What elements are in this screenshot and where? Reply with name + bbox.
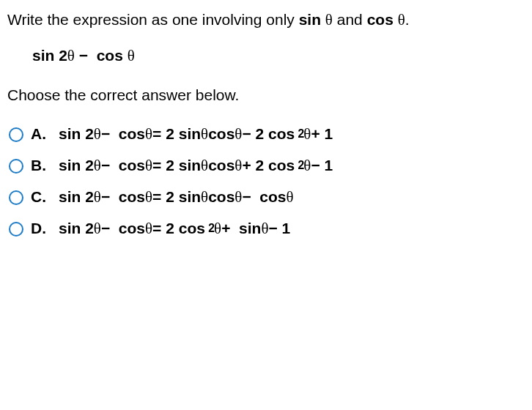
question-prefix: Write the expression as one involving on… [7,11,299,28]
question-func-cos: cos [367,11,394,28]
option-content-b: sin 2θ − cos θ = 2 sin θ cos θ + 2 cos 2… [59,157,333,175]
option-a[interactable]: A. sin 2θ − cos θ = 2 sin θ cos θ − 2 co… [9,125,525,144]
option-content-d: sin 2θ − cos θ = 2 cos 2θ + sin θ − 1 [59,220,290,238]
options-list: A. sin 2θ − cos θ = 2 sin θ cos θ − 2 co… [7,125,525,238]
radio-d[interactable] [9,222,23,236]
question-func-sin: sin [299,11,321,28]
question-suffix: . [405,11,410,28]
option-label-d: D. [31,220,47,237]
question-prompt: Write the expression as one involving on… [7,9,525,31]
option-label-b: B. [31,157,47,174]
option-content-c: sin 2θ − cos θ = 2 sin θ cos θ − cos θ [59,188,294,206]
option-b[interactable]: B. sin 2θ − cos θ = 2 sin θ cos θ + 2 co… [9,157,525,175]
question-theta1: θ [325,11,333,29]
choose-prompt: Choose the correct answer below. [7,84,525,105]
question-mid: and [333,11,367,28]
option-label-c: C. [31,188,47,206]
radio-b[interactable] [9,159,23,174]
radio-c[interactable] [9,190,23,205]
expression-text: sin 2θ − cos θ [32,47,135,64]
option-label-a: A. [31,125,47,143]
question-theta2: θ [398,11,405,29]
given-expression: sin 2θ − cos θ [32,47,525,65]
option-content-a: sin 2θ − cos θ = 2 sin θ cos θ − 2 cos 2… [59,125,333,144]
radio-a[interactable] [9,127,23,142]
option-d[interactable]: D. sin 2θ − cos θ = 2 cos 2θ + sin θ − 1 [9,220,525,238]
option-c[interactable]: C. sin 2θ − cos θ = 2 sin θ cos θ − cos … [9,188,525,206]
